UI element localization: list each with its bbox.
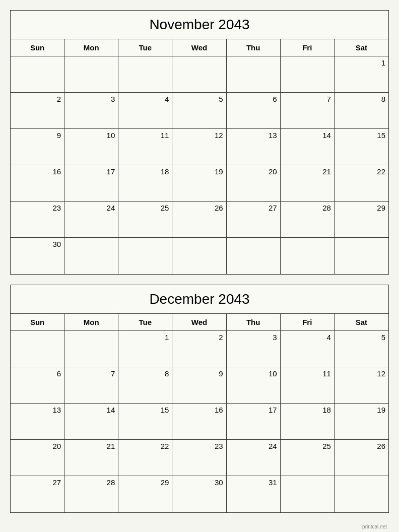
week-row: 1 bbox=[11, 56, 388, 93]
day-cell: 18 bbox=[281, 404, 335, 440]
day-cell: 16 bbox=[11, 165, 64, 202]
day-cell: 4 bbox=[281, 331, 335, 367]
day-cell: 1 bbox=[118, 331, 172, 367]
december-header-grid: Sun Mon Tue Wed Thu Fri Sat bbox=[11, 314, 388, 331]
dec-header-sun: Sun bbox=[11, 314, 64, 331]
day-cell: 7 bbox=[64, 367, 118, 404]
day-cell bbox=[335, 476, 388, 512]
day-cell: 10 bbox=[64, 129, 118, 165]
day-cell: 1 bbox=[335, 56, 388, 93]
week-row: 30 bbox=[11, 238, 388, 274]
day-cell: 6 bbox=[11, 367, 64, 404]
dec-header-tue: Tue bbox=[118, 314, 172, 331]
day-cell: 23 bbox=[172, 440, 226, 476]
day-cell: 9 bbox=[172, 367, 226, 404]
day-cell bbox=[281, 476, 335, 512]
day-cell: 4 bbox=[118, 93, 172, 129]
day-cell: 6 bbox=[227, 93, 281, 129]
day-cell bbox=[281, 56, 335, 93]
dec-header-thu: Thu bbox=[227, 314, 281, 331]
december-title: December 2043 bbox=[11, 285, 388, 314]
day-cell bbox=[335, 238, 388, 274]
day-cell bbox=[227, 56, 281, 93]
header-thu: Thu bbox=[227, 39, 281, 56]
day-cell: 13 bbox=[11, 404, 64, 440]
day-cell: 15 bbox=[118, 404, 172, 440]
december-weeks: 1234567891011121314151617181920212223242… bbox=[11, 331, 388, 512]
day-cell: 24 bbox=[64, 202, 118, 238]
day-cell: 8 bbox=[118, 367, 172, 404]
day-cell: 28 bbox=[64, 476, 118, 512]
day-cell: 28 bbox=[281, 202, 335, 238]
day-cell: 30 bbox=[11, 238, 64, 274]
dec-header-wed: Wed bbox=[172, 314, 226, 331]
dec-header-mon: Mon bbox=[64, 314, 118, 331]
day-cell: 5 bbox=[335, 331, 388, 367]
week-row: 23242526272829 bbox=[11, 202, 388, 238]
day-cell: 5 bbox=[172, 93, 226, 129]
day-cell bbox=[11, 56, 64, 93]
day-cell: 25 bbox=[281, 440, 335, 476]
day-cell bbox=[118, 238, 172, 274]
day-cell bbox=[281, 238, 335, 274]
day-cell: 9 bbox=[11, 129, 64, 165]
day-cell: 24 bbox=[227, 440, 281, 476]
header-sat: Sat bbox=[335, 39, 388, 56]
day-cell: 17 bbox=[64, 165, 118, 202]
day-cell: 22 bbox=[118, 440, 172, 476]
day-cell: 23 bbox=[11, 202, 64, 238]
header-sun: Sun bbox=[11, 39, 64, 56]
day-cell: 15 bbox=[335, 129, 388, 165]
week-row: 2728293031 bbox=[11, 476, 388, 512]
day-cell: 10 bbox=[227, 367, 281, 404]
dec-header-fri: Fri bbox=[281, 314, 335, 331]
day-cell: 2 bbox=[172, 331, 226, 367]
day-cell: 12 bbox=[335, 367, 388, 404]
day-cell: 14 bbox=[64, 404, 118, 440]
header-wed: Wed bbox=[172, 39, 226, 56]
week-row: 13141516171819 bbox=[11, 404, 388, 440]
day-cell: 17 bbox=[227, 404, 281, 440]
day-cell bbox=[64, 56, 118, 93]
header-tue: Tue bbox=[118, 39, 172, 56]
day-cell: 21 bbox=[64, 440, 118, 476]
day-cell bbox=[227, 238, 281, 274]
day-cell: 16 bbox=[172, 404, 226, 440]
day-cell: 3 bbox=[227, 331, 281, 367]
day-cell: 21 bbox=[281, 165, 335, 202]
day-cell: 29 bbox=[335, 202, 388, 238]
week-row: 6789101112 bbox=[11, 367, 388, 404]
week-row: 9101112131415 bbox=[11, 129, 388, 165]
day-cell: 29 bbox=[118, 476, 172, 512]
day-cell bbox=[64, 238, 118, 274]
day-cell bbox=[11, 331, 64, 367]
week-row: 16171819202122 bbox=[11, 165, 388, 202]
day-cell: 3 bbox=[64, 93, 118, 129]
day-cell: 11 bbox=[281, 367, 335, 404]
week-row: 20212223242526 bbox=[11, 440, 388, 476]
header-mon: Mon bbox=[64, 39, 118, 56]
day-cell: 14 bbox=[281, 129, 335, 165]
day-cell: 27 bbox=[227, 202, 281, 238]
day-cell bbox=[172, 238, 226, 274]
day-cell: 20 bbox=[11, 440, 64, 476]
week-row: 12345 bbox=[11, 331, 388, 367]
november-calendar: November 2043 Sun Mon Tue Wed Thu Fri Sa… bbox=[10, 10, 389, 275]
header-fri: Fri bbox=[281, 39, 335, 56]
day-cell: 25 bbox=[118, 202, 172, 238]
november-title: November 2043 bbox=[11, 11, 388, 39]
day-cell: 22 bbox=[335, 165, 388, 202]
day-cell: 13 bbox=[227, 129, 281, 165]
day-cell: 18 bbox=[118, 165, 172, 202]
dec-header-sat: Sat bbox=[335, 314, 388, 331]
day-cell: 26 bbox=[335, 440, 388, 476]
day-cell: 12 bbox=[172, 129, 226, 165]
day-cell: 27 bbox=[11, 476, 64, 512]
watermark-text: printcal.net bbox=[10, 523, 389, 530]
week-row: 2345678 bbox=[11, 93, 388, 129]
day-cell bbox=[64, 331, 118, 367]
day-cell: 7 bbox=[281, 93, 335, 129]
november-weeks: 1234567891011121314151617181920212223242… bbox=[11, 56, 388, 274]
november-grid: Sun Mon Tue Wed Thu Fri Sat bbox=[11, 39, 388, 56]
day-cell: 26 bbox=[172, 202, 226, 238]
